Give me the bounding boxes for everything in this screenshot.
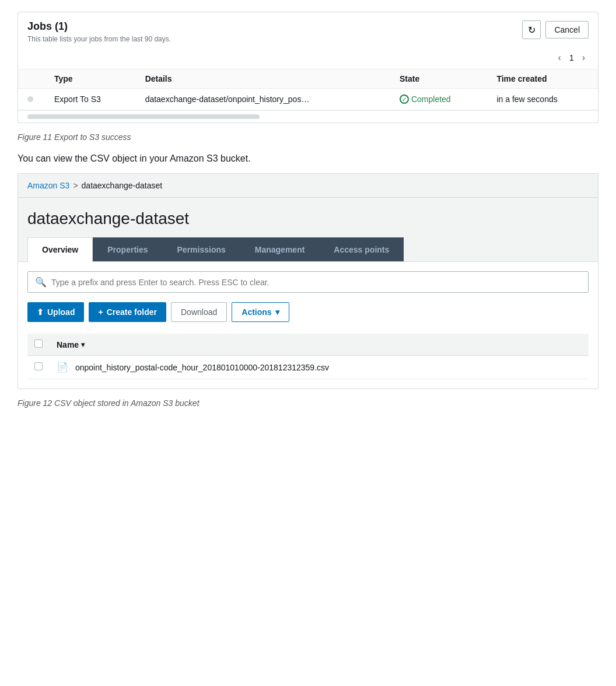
check-icon: ✓ — [400, 94, 409, 104]
breadcrumb-separator: > — [73, 181, 78, 190]
create-folder-button[interactable]: + Create folder — [89, 302, 166, 322]
col-header-time: Time created — [487, 69, 598, 89]
plus-icon: + — [98, 307, 103, 317]
col-header-details: Details — [136, 69, 390, 89]
name-sort[interactable]: Name ▾ — [57, 340, 582, 349]
file-table: Name ▾ 📄 onpoint_history_postal-code_hou… — [27, 334, 589, 379]
row-state: ✓ Completed — [390, 89, 487, 110]
col-header-state: State — [390, 69, 487, 89]
breadcrumb-link-s3[interactable]: Amazon S3 — [27, 181, 69, 190]
row-time: in a few seconds — [487, 89, 598, 110]
pagination-row: ‹ 1 › — [18, 49, 598, 69]
cancel-button[interactable]: Cancel — [545, 21, 589, 38]
row-indicator — [18, 89, 45, 110]
file-icon: 📄 — [57, 362, 68, 372]
breadcrumb: Amazon S3 > dataexchange-dataset — [18, 174, 598, 198]
chevron-down-icon: ▾ — [275, 307, 279, 317]
file-row: 📄 onpoint_history_postal-code_hour_20180… — [27, 356, 589, 379]
horizontal-scrollbar[interactable] — [27, 114, 260, 119]
tab-management[interactable]: Management — [240, 237, 320, 261]
file-name-cell[interactable]: 📄 onpoint_history_postal-code_hour_20180… — [50, 356, 589, 379]
pagination-current: 1 — [569, 53, 574, 62]
s3-browser: Amazon S3 > dataexchange-dataset dataexc… — [18, 173, 598, 389]
tab-access-points[interactable]: Access points — [319, 237, 404, 261]
upload-icon: ⬆ — [37, 307, 44, 317]
row-details: dataexchange-dataset/onpoint_history_pos… — [136, 89, 390, 110]
refresh-button[interactable]: ↻ — [522, 20, 541, 39]
figure12-caption: Figure 12 CSV object stored in Amazon S3… — [18, 398, 598, 408]
actions-button[interactable]: Actions ▾ — [232, 302, 289, 322]
download-button[interactable]: Download — [171, 302, 227, 322]
select-all-checkbox[interactable] — [34, 340, 43, 348]
col-name[interactable]: Name ▾ — [50, 334, 589, 356]
search-input[interactable] — [51, 278, 581, 287]
search-icon: 🔍 — [35, 276, 47, 288]
breadcrumb-current: dataexchange-dataset — [82, 181, 163, 190]
row-checkbox-cell[interactable] — [27, 356, 50, 379]
pagination-next[interactable]: › — [579, 51, 589, 64]
file-name[interactable]: onpoint_history_postal-code_hour_2018010… — [75, 363, 329, 372]
figure11-caption: Figure 11 Export to S3 success — [18, 132, 598, 142]
tab-properties[interactable]: Properties — [93, 237, 162, 261]
bucket-title-area: dataexchange-dataset Overview Properties… — [18, 198, 598, 261]
row-checkbox[interactable] — [34, 362, 43, 370]
buttons-row: ⬆ Upload + Create folder Download Action… — [27, 302, 589, 322]
jobs-actions-area: ↻ Cancel — [522, 20, 589, 39]
tabs-row: Overview Properties Permissions Manageme… — [27, 237, 589, 261]
pagination-prev[interactable]: ‹ — [555, 51, 565, 64]
jobs-title: Jobs (1) — [27, 20, 68, 32]
bucket-title: dataexchange-dataset — [27, 209, 589, 237]
jobs-header: Jobs (1) This table lists your jobs from… — [18, 12, 598, 49]
table-row: Export To S3 dataexchange-dataset/onpoin… — [18, 89, 598, 110]
col-header-type: Type — [45, 69, 136, 89]
scrollbar-row — [18, 110, 598, 123]
jobs-subtitle: This table lists your jobs from the last… — [27, 35, 171, 43]
col-header-empty — [18, 69, 45, 89]
content-area: 🔍 ⬆ Upload + Create folder Download Acti… — [18, 261, 598, 388]
jobs-table: Type Details State Time created Export T… — [18, 69, 598, 110]
description-text: You can view the CSV object in your Amaz… — [18, 153, 598, 164]
jobs-container: Jobs (1) This table lists your jobs from… — [18, 12, 598, 123]
jobs-title-area: Jobs (1) This table lists your jobs from… — [27, 20, 171, 43]
tab-overview[interactable]: Overview — [27, 237, 93, 262]
upload-button[interactable]: ⬆ Upload — [27, 302, 84, 322]
row-type: Export To S3 — [45, 89, 136, 110]
tab-permissions[interactable]: Permissions — [163, 237, 240, 261]
col-select-all[interactable] — [27, 334, 50, 356]
search-bar[interactable]: 🔍 — [27, 271, 589, 293]
sort-icon: ▾ — [81, 341, 85, 349]
